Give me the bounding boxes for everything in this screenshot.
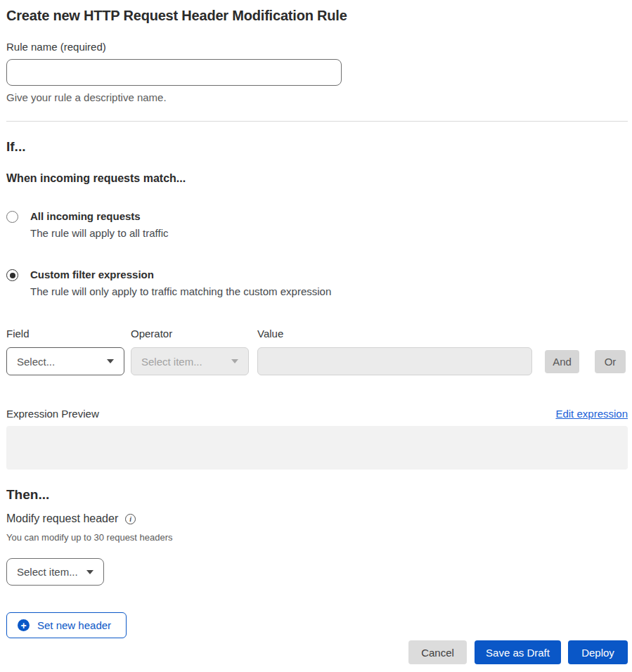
radio-unselected-icon[interactable] [6,211,18,223]
or-button[interactable]: Or [595,350,626,373]
rule-name-label: Rule name (required) [6,41,628,53]
edit-expression-link[interactable]: Edit expression [555,408,628,420]
radio-option-all-incoming[interactable]: All incoming requests The rule will appl… [6,210,628,239]
value-label: Value [257,328,283,340]
expression-preview-box [6,426,628,470]
rule-name-helper: Give your rule a descriptive name. [6,91,628,103]
set-new-header-button[interactable]: + Set new header [6,612,127,638]
section-divider [6,121,628,122]
operator-select-value: Select item... [141,356,202,368]
radio-option-label: All incoming requests [30,210,168,223]
expression-preview-label: Expression Preview [6,408,99,420]
plus-icon: + [18,619,30,631]
radio-selected-icon[interactable] [6,269,18,281]
operator-select: Select item... [131,347,249,375]
chevron-down-icon [107,359,114,363]
create-rule-form: Create new HTTP Request Header Modificat… [0,0,632,664]
deploy-button[interactable]: Deploy [568,640,628,664]
cancel-button[interactable]: Cancel [408,640,467,664]
if-heading: If... [6,139,628,155]
page-title: Create new HTTP Request Header Modificat… [6,7,628,24]
expression-builder-row: Select... Select item... And Or [6,347,628,375]
save-as-draft-button[interactable]: Save as Draft [475,640,561,664]
modify-header-helper: You can modify up to 30 request headers [6,532,628,543]
chevron-down-icon [86,570,93,574]
set-new-header-label: Set new header [37,619,111,631]
radio-option-description: The rule will only apply to traffic matc… [30,285,331,297]
then-heading: Then... [6,487,628,503]
operator-label: Operator [131,328,257,340]
chevron-down-icon [231,359,238,363]
field-label: Field [6,328,131,340]
radio-option-custom-filter[interactable]: Custom filter expression The rule will o… [6,269,628,297]
rule-name-input[interactable] [6,59,342,86]
expression-preview-header: Expression Preview Edit expression [6,408,628,420]
header-action-select-value: Select item... [17,566,78,578]
header-action-select[interactable]: Select item... [6,558,104,586]
match-subheading: When incoming requests match... [6,172,628,185]
value-input [257,347,532,375]
modify-header-row: Modify request header i [6,512,628,525]
field-select[interactable]: Select... [6,347,124,375]
field-select-value: Select... [17,356,55,368]
radio-option-description: The rule will apply to all traffic [30,227,168,239]
radio-option-label: Custom filter expression [30,269,331,281]
and-button[interactable]: And [545,350,579,373]
expression-builder-labels: Field Operator Value [6,328,628,340]
footer-actions: Cancel Save as Draft Deploy [6,640,628,664]
modify-request-header-label: Modify request header [6,512,118,525]
info-icon[interactable]: i [125,514,136,524]
